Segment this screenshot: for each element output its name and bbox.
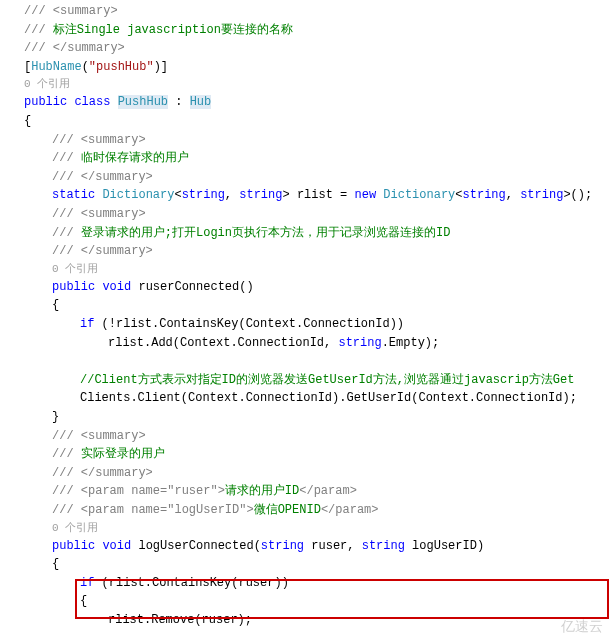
code-line: rlist.Add(Context.ConnectionId, string.E… [24, 334, 607, 353]
code-line: Clients.Client(Context.ConnectionId).Get… [24, 389, 607, 408]
code-line: /// 临时保存请求的用户 [24, 149, 607, 168]
code-line: rlist.Remove(ruser); [24, 611, 607, 630]
code-line: /// <summary> [24, 2, 607, 21]
code-line: [HubName("pushHub")] [24, 58, 607, 77]
doc-slash: /// [24, 4, 53, 18]
code-line: static Dictionary<string, string> rlist … [24, 186, 607, 205]
brace-open: { [24, 555, 607, 574]
codelens-references[interactable]: 0 个引用 [24, 261, 607, 278]
doc-tag: <summary> [53, 4, 118, 18]
comment-line: //Client方式表示对指定ID的浏览器发送GetUserId方法,浏览器通过… [24, 371, 607, 390]
code-line: /// <summary> [24, 205, 607, 224]
code-line: public void logUserConnected(string ruse… [24, 537, 607, 556]
blank-line [24, 630, 607, 642]
string-literal: "pushHub" [89, 60, 154, 74]
code-line: /// <param name="logUserID">微信OPENID</pa… [24, 501, 607, 520]
doc-tag: </summary> [53, 41, 125, 55]
code-editor-view: /// <summary> /// 标注Single javascription… [0, 0, 609, 642]
code-line: /// </summary> [24, 168, 607, 187]
code-line: /// </summary> [24, 242, 607, 261]
method-name: ruserConnected() [138, 280, 253, 294]
code-line: public void ruserConnected() [24, 278, 607, 297]
base-class: Hub [190, 95, 212, 109]
code-line: public class PushHub : Hub [24, 93, 607, 112]
codelens-references[interactable]: 0 个引用 [24, 76, 607, 93]
doc-slash: /// [24, 23, 53, 37]
keyword: class [74, 95, 110, 109]
brace-open: { [24, 592, 607, 611]
brace-open: { [24, 112, 607, 131]
code-line: /// <summary> [24, 427, 607, 446]
code-line: /// <param name="ruser">请求的用户ID</param> [24, 482, 607, 501]
doc-slash: /// [24, 41, 53, 55]
attribute-name: HubName [31, 60, 81, 74]
code-line: if (!rlist.ContainsKey(Context.Connectio… [24, 315, 607, 334]
code-line: /// </summary> [24, 39, 607, 58]
class-name: PushHub [118, 95, 168, 109]
code-line: if (rlist.ContainsKey(ruser)) [24, 574, 607, 593]
brace-close: } [24, 408, 607, 427]
method-name: logUserConnected( [138, 539, 260, 553]
code-line: /// 标注Single javascription要连接的名称 [24, 21, 607, 40]
keyword: public [24, 95, 67, 109]
code-line: /// 登录请求的用户;打开Login页执行本方法，用于记录浏览器连接的ID [24, 224, 607, 243]
blank-line [24, 352, 607, 371]
code-line: /// <summary> [24, 131, 607, 150]
doc-text: 标注Single javascription要连接的名称 [53, 23, 293, 37]
codelens-references[interactable]: 0 个引用 [24, 520, 607, 537]
code-line: /// </summary> [24, 464, 607, 483]
code-line: /// 实际登录的用户 [24, 445, 607, 464]
brace-open: { [24, 296, 607, 315]
